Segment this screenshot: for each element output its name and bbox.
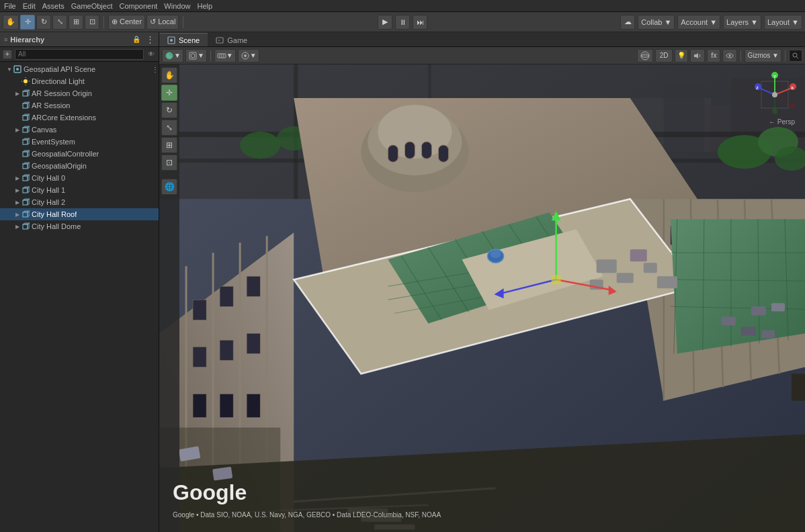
tree-item-city-hall-0[interactable]: City Hall 0 [0, 172, 159, 184]
overlay-btn[interactable]: ▼ [185, 49, 207, 62]
tree-item-arcore-extensions[interactable]: ARCore Extensions [0, 112, 159, 124]
tree-item-city-hall-2[interactable]: City Hall 2 [0, 196, 159, 208]
toggle-city-hall-0 [13, 174, 22, 182]
separator-2 [183, 16, 183, 28]
menu-window[interactable]: Window [164, 2, 190, 10]
tree-item-city-hall-dome[interactable]: City Hall Dome [0, 220, 159, 232]
svg-rect-101 [405, 142, 415, 159]
menu-edit[interactable]: Edit [23, 2, 36, 10]
svg-marker-24 [28, 150, 30, 157]
collab-btn[interactable]: Collab ▼ [638, 15, 675, 30]
menu-gameobject[interactable]: GameObject [71, 2, 113, 10]
svg-rect-90 [193, 347, 206, 367]
snap-btn[interactable]: ▼ [238, 49, 259, 62]
scene-search-box[interactable] [789, 50, 802, 62]
google-watermark: Google [173, 480, 247, 505]
svg-rect-7 [23, 91, 28, 96]
scale-tool-btn[interactable]: ⤡ [52, 15, 67, 30]
lighting-btn[interactable]: 💡 [675, 49, 688, 62]
tree-item-city-hall-1[interactable]: City Hall 1 [0, 184, 159, 196]
account-btn[interactable]: Account ▼ [677, 15, 720, 30]
svg-point-1 [16, 68, 19, 71]
gizmos-btn[interactable]: Gizmos ▼ [745, 49, 781, 62]
transform-tool-btn[interactable]: ⊡ [85, 15, 99, 30]
hand-tool[interactable]: ✋ [161, 67, 177, 83]
orbit-btn[interactable] [637, 49, 653, 62]
tree-item-geospatial-api-scene[interactable]: Geospatial API Scene ⋮ [0, 63, 159, 75]
svg-point-188 [772, 109, 777, 114]
menu-file[interactable]: File [4, 2, 16, 10]
game-tab-icon [216, 36, 224, 44]
tree-item-city-hall-roof[interactable]: City Hall Roof [0, 208, 159, 220]
play-btn[interactable]: ▶ [378, 15, 392, 30]
hierarchy-header: ≡ Hierarchy 🔒 ⋮ [0, 32, 159, 47]
move-tool[interactable]: ✛ [161, 85, 177, 101]
hierarchy-eye-btn[interactable]: 👁 [146, 50, 156, 59]
pivot-rotation-btn[interactable]: ↺ Local [146, 15, 179, 30]
scene-toolbar: ▼ ▼ ▼ [159, 47, 805, 64]
svg-point-190 [790, 103, 796, 109]
menu-component[interactable]: Component [119, 2, 157, 10]
scene-effects-btn[interactable]: ▼ [214, 49, 236, 62]
svg-marker-18 [28, 126, 30, 132]
scene-area: Scene Game ▼ [159, 32, 805, 532]
tree-item-geospatial-origin[interactable]: GeospatialOrigin [0, 160, 159, 172]
hierarchy-search[interactable] [15, 49, 144, 60]
tree-item-canvas[interactable]: Canvas [0, 124, 159, 136]
hierarchy-dots-icon[interactable]: ⋮ [146, 34, 155, 44]
overlay-chevron: ▼ [198, 52, 204, 59]
tab-game[interactable]: Game [208, 33, 255, 46]
tree-label-city-hall-0: City Hall 0 [32, 174, 65, 182]
tree-item-geospatial-controller[interactable]: GeospatialController [0, 148, 159, 160]
tree-label-arcore-extensions: ARCore Extensions [32, 114, 96, 122]
play-controls: ▶ ⏸ ⏭ [378, 15, 427, 30]
svg-rect-88 [220, 286, 233, 306]
svg-point-49 [191, 54, 195, 58]
scene-viewport[interactable]: ✋ ✛ ↻ ⤡ ⊞ ⊡ 🌐 Y [159, 64, 805, 532]
svg-rect-87 [193, 300, 206, 320]
rotate-tool-btn[interactable]: ↻ [36, 15, 51, 30]
step-btn[interactable]: ⏭ [413, 15, 427, 30]
menu-assets[interactable]: Assets [42, 2, 65, 10]
shading-mode-btn[interactable]: ▼ [162, 49, 183, 62]
svg-point-2 [24, 79, 28, 83]
move-tool-btn[interactable]: ✛ [20, 15, 35, 30]
hierarchy-add-btn[interactable]: + [3, 50, 12, 59]
effects-fx-btn[interactable]: fx [707, 49, 720, 62]
effects-icon [217, 51, 226, 60]
pivot-mode-btn[interactable]: ⊕ Center [108, 15, 145, 30]
rect-tool-btn[interactable]: ⊞ [69, 15, 83, 30]
pivot-tools: ⊕ Center ↺ Local [108, 15, 179, 30]
rotate-tool[interactable]: ↻ [161, 102, 177, 118]
transform-tools: ✋ ✛ ↻ ⤡ ⊞ ⊡ [3, 15, 99, 30]
tree-item-event-system[interactable]: EventSystem [0, 136, 159, 148]
menu-help[interactable]: Help [197, 2, 212, 10]
hierarchy-tree: Geospatial API Scene ⋮ Directional Light [0, 62, 159, 532]
hierarchy-toolbar: + 👁 [0, 47, 159, 62]
hierarchy-panel: ≡ Hierarchy 🔒 ⋮ + 👁 Geospatial API Scene… [0, 32, 159, 532]
hierarchy-lock-icon[interactable]: 🔒 [132, 36, 140, 43]
cloud-btn[interactable]: ☁ [620, 15, 635, 30]
hidden-objects-btn[interactable] [722, 49, 737, 62]
scene-gizmo[interactable]: Y X Z [751, 71, 798, 118]
tree-item-ar-session-origin[interactable]: AR Session Origin [0, 87, 159, 99]
world-tool[interactable]: 🌐 [161, 179, 177, 195]
cube-icon-ar-session-origin [22, 89, 30, 97]
pause-btn[interactable]: ⏸ [395, 15, 410, 30]
layout-btn[interactable]: Layout ▼ [764, 15, 802, 30]
scale-tool[interactable]: ⤡ [161, 120, 177, 136]
transform-tool[interactable]: ⊡ [161, 154, 177, 171]
rect-tool[interactable]: ⊞ [161, 137, 177, 153]
toggle-canvas [13, 126, 22, 134]
layers-btn[interactable]: Layers ▼ [723, 15, 761, 30]
tab-scene[interactable]: Scene [159, 33, 208, 46]
tree-item-menu-geospatial[interactable]: ⋮ [152, 66, 159, 73]
2d-toggle-btn[interactable]: 2D [655, 49, 673, 62]
hand-tool-btn[interactable]: ✋ [3, 15, 19, 30]
svg-rect-143 [644, 263, 657, 273]
scene-toolbar-sep2 [740, 50, 741, 61]
tree-item-ar-session[interactable]: AR Session [0, 99, 159, 112]
audio-btn[interactable] [690, 49, 705, 62]
scene-toolbar-right: 2D 💡 fx Gizmos ▼ [637, 49, 802, 62]
tree-item-directional-light[interactable]: Directional Light [0, 75, 159, 87]
